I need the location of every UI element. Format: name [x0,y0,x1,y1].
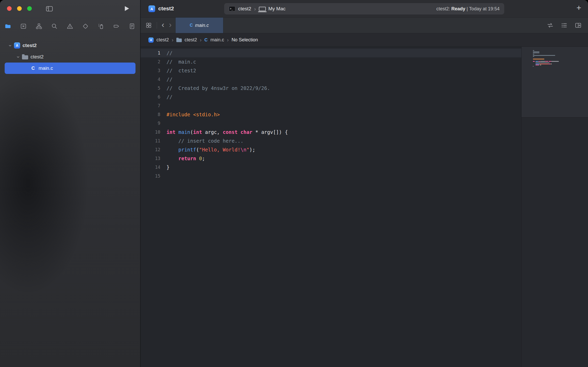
minimap-line [533,57,559,58]
line-number: 2 [141,57,160,66]
minimap-line [533,55,559,56]
minimap-line [533,51,559,52]
toolbar: A ctest2 >_ ctest2 › My Mac ctest2: Read… [141,0,588,18]
chevron-right-icon: › [200,37,202,43]
source-control-navigator-icon[interactable] [20,23,27,30]
report-navigator-icon[interactable] [129,23,135,30]
code-line-1[interactable]: 1// [141,49,521,57]
status-state: Ready [451,6,465,11]
disclosure-chevron-icon[interactable]: › [16,53,21,60]
line-number: 7 [141,101,160,110]
code-line-8[interactable]: 8#include <stdio.h> [141,110,521,119]
code-line-2[interactable]: 2// main.c [141,57,521,66]
line-text: #include <stdio.h> [167,110,220,119]
source-editor[interactable]: 1//2// main.c3// ctest24//5// Created by… [141,47,588,367]
issue-navigator-icon[interactable] [66,23,73,30]
test-navigator-icon[interactable] [82,23,89,30]
symbol-navigator-icon[interactable] [35,23,42,30]
toggle-sidebar-icon[interactable] [46,5,53,13]
zoom-window-button[interactable] [27,6,32,11]
tree-item-ctest2[interactable]: ›Actest2 [5,40,135,51]
crumb-project[interactable]: ctest2 [156,37,169,43]
window-title: ctest2 [158,5,174,12]
line-number: 3 [141,66,160,75]
code-line-13[interactable]: 13 return 0; [141,154,521,163]
find-navigator-icon[interactable] [51,23,58,30]
folder-icon [22,55,28,59]
navigator-bar [0,18,140,39]
line-number: 9 [141,119,160,128]
run-button[interactable] [123,5,130,12]
code-line-14[interactable]: 14} [141,163,521,172]
file-tree: ›Actest2›ctest2Cmain.c [0,39,140,74]
line-text: // [167,75,172,84]
c-file-crumb-icon: C [204,37,207,43]
minimap-line [533,54,559,55]
minimap-line [533,60,559,61]
jump-bar: A ctest2 › ctest2 › C main.c › No Select… [141,33,588,47]
code-line-12[interactable]: 12 printf("Hello, World!\n"); [141,145,521,154]
code-review-icon[interactable] [547,22,554,29]
code-line-5[interactable]: 5// Created by 4nsw3r on 2022/9/26. [141,84,521,93]
line-text: return 0; [167,154,205,163]
project-navigator-icon[interactable] [4,23,11,30]
code-area[interactable]: 1//2// main.c3// ctest24//5// Created by… [141,47,521,367]
scheme-and-activity: >_ ctest2 › My Mac ctest2: Ready | Today… [224,3,504,14]
minimap-line [533,50,559,51]
line-number: 11 [141,136,160,145]
crumb-group[interactable]: ctest2 [185,37,197,43]
code-line-4[interactable]: 4// [141,75,521,84]
line-number: 1 [141,49,160,57]
chevron-right-icon: › [254,6,256,12]
editor-controls [547,18,588,33]
disclosure-chevron-icon[interactable]: › [8,42,13,49]
debug-navigator-icon[interactable] [97,23,104,30]
code-line-3[interactable]: 3// ctest2 [141,66,521,75]
breakpoint-navigator-icon[interactable] [113,23,120,30]
minimize-window-button[interactable] [17,6,22,11]
line-text: // insert code here... [167,136,243,145]
line-text: // ctest2 [167,66,196,75]
code-line-11[interactable]: 11 // insert code here... [141,136,521,145]
tree-item-ctest2[interactable]: ›ctest2 [5,51,135,63]
tab-main-c[interactable]: C main.c [175,18,223,33]
scheme-selector[interactable]: ctest2 [238,6,251,12]
minimap-line [533,67,559,68]
crumb-selection[interactable]: No Selection [231,37,258,43]
code-line-9[interactable]: 9 [141,119,521,128]
tree-item-main.c[interactable]: Cmain.c [5,63,135,74]
close-window-button[interactable] [7,6,12,11]
xcode-window: ›Actest2›ctest2Cmain.c A ctest2 >_ ctest… [0,0,588,367]
go-forward-button[interactable]: › [169,21,171,30]
code-line-10[interactable]: 10int main(int argc, const char * argv[]… [141,128,521,136]
minimap[interactable] [521,47,588,367]
folder-crumb-icon [176,39,182,42]
tree-item-label: ctest2 [22,43,37,48]
status-project: ctest2: [436,6,450,11]
tab-overview-icon[interactable] [145,22,152,29]
line-number: 4 [141,75,160,84]
navigator-sidebar: ›Actest2›ctest2Cmain.c [0,0,140,367]
crumb-file[interactable]: main.c [210,37,224,43]
line-text: } [167,163,169,172]
code-line-6[interactable]: 6// [141,93,521,101]
minimap-line [533,65,559,65]
tab-bar: ‹ › C main.c [141,18,588,33]
destination-selector[interactable]: My Mac [268,6,286,12]
chevron-right-icon: › [227,37,229,43]
go-back-button[interactable]: ‹ [162,21,164,30]
toolbar-separator [157,22,157,29]
line-text: // main.c [167,57,196,66]
status-time: | Today at 19:54 [467,6,500,11]
library-add-button[interactable]: + [576,4,581,12]
line-number: 10 [141,128,160,136]
xcode-project-icon: A [14,42,20,49]
adjust-editor-options-icon[interactable] [561,22,568,29]
minimap-line [533,66,559,67]
code-line-7[interactable]: 7 [141,101,521,110]
add-editor-icon[interactable] [575,22,582,29]
minimap-line [533,52,559,53]
sidebar-toolbar [0,0,140,18]
code-line-15[interactable]: 15 [141,172,521,180]
c-file-icon: C [30,65,36,71]
